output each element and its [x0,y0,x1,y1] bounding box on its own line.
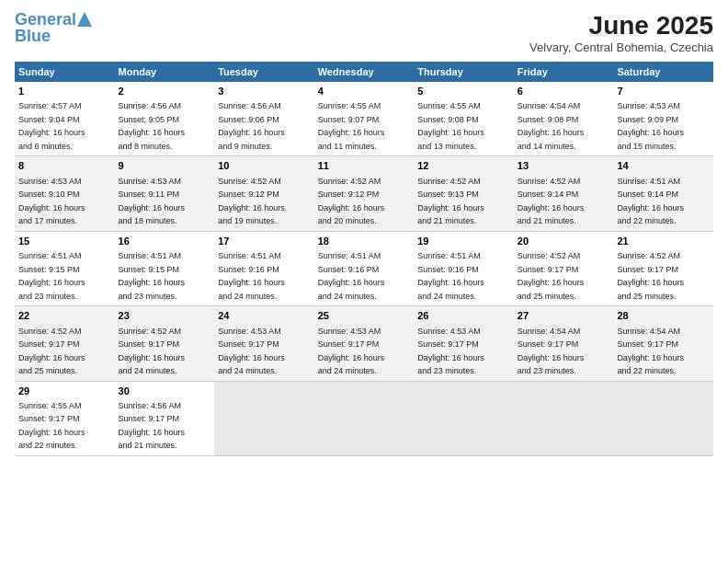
col-header-monday: Monday [115,62,215,82]
day-info: Sunrise: 4:55 AM Sunset: 9:07 PM Dayligh… [318,101,385,151]
header-row: SundayMondayTuesdayWednesdayThursdayFrid… [15,62,713,82]
day-cell: 15Sunrise: 4:51 AM Sunset: 9:15 PM Dayli… [15,231,115,305]
day-info: Sunrise: 4:51 AM Sunset: 9:15 PM Dayligh… [119,251,186,301]
day-info: Sunrise: 4:53 AM Sunset: 9:11 PM Dayligh… [119,177,186,226]
calendar-table: SundayMondayTuesdayWednesdayThursdayFrid… [15,62,713,456]
day-cell: 10Sunrise: 4:52 AM Sunset: 9:12 PM Dayli… [214,156,314,231]
day-info: Sunrise: 4:57 AM Sunset: 9:04 PM Dayligh… [18,101,85,151]
day-info: Sunrise: 4:54 AM Sunset: 9:08 PM Dayligh… [518,101,585,151]
day-info: Sunrise: 4:54 AM Sunset: 9:17 PM Dayligh… [617,327,684,376]
day-number: 12 [417,159,510,173]
day-number: 13 [518,159,610,173]
day-number: 25 [318,309,411,323]
day-number: 24 [218,309,311,323]
day-cell: 25Sunrise: 4:53 AM Sunset: 9:17 PM Dayli… [314,306,415,381]
day-info: Sunrise: 4:53 AM Sunset: 9:17 PM Dayligh… [318,327,385,376]
day-number: 18 [318,235,411,248]
logo-text: General [15,11,76,28]
day-info: Sunrise: 4:55 AM Sunset: 9:17 PM Dayligh… [18,401,85,451]
day-cell: 17Sunrise: 4:51 AM Sunset: 9:16 PM Dayli… [214,231,314,305]
day-info: Sunrise: 4:52 AM Sunset: 9:17 PM Dayligh… [18,327,85,376]
day-info: Sunrise: 4:52 AM Sunset: 9:17 PM Dayligh… [119,327,186,376]
day-number: 20 [518,235,610,248]
day-number: 7 [617,85,710,98]
day-cell: 11Sunrise: 4:52 AM Sunset: 9:12 PM Dayli… [314,156,415,231]
day-number: 27 [518,309,610,323]
day-cell [613,381,713,455]
logo: General Blue [15,11,93,45]
day-number: 17 [218,235,311,248]
day-cell: 16Sunrise: 4:51 AM Sunset: 9:15 PM Dayli… [115,231,215,305]
day-number: 30 [119,385,211,398]
day-cell: 21Sunrise: 4:52 AM Sunset: 9:17 PM Dayli… [613,231,713,305]
day-number: 22 [18,309,111,323]
day-number: 21 [617,235,710,248]
day-cell: 28Sunrise: 4:54 AM Sunset: 9:17 PM Dayli… [613,306,713,381]
day-number: 3 [218,85,311,98]
day-number: 2 [119,85,211,98]
day-info: Sunrise: 4:52 AM Sunset: 9:17 PM Dayligh… [617,251,684,301]
col-header-wednesday: Wednesday [314,62,415,82]
day-info: Sunrise: 4:51 AM Sunset: 9:16 PM Dayligh… [417,251,484,301]
day-number: 14 [617,159,710,173]
calendar-page: General Blue June 2025 Velvary, Central … [0,0,728,563]
day-info: Sunrise: 4:53 AM Sunset: 9:09 PM Dayligh… [617,101,684,151]
day-cell: 14Sunrise: 4:51 AM Sunset: 9:14 PM Dayli… [613,156,713,231]
day-cell: 30Sunrise: 4:56 AM Sunset: 9:17 PM Dayli… [115,381,215,455]
day-number: 6 [518,85,610,98]
day-cell: 8Sunrise: 4:53 AM Sunset: 9:10 PM Daylig… [15,156,115,231]
day-cell: 18Sunrise: 4:51 AM Sunset: 9:16 PM Dayli… [314,231,415,305]
day-number: 10 [218,159,311,173]
day-info: Sunrise: 4:53 AM Sunset: 9:10 PM Dayligh… [18,177,85,226]
location: Velvary, Central Bohemia, Czechia [529,40,713,54]
day-info: Sunrise: 4:52 AM Sunset: 9:12 PM Dayligh… [318,177,385,226]
day-number: 4 [318,85,411,98]
day-number: 5 [417,85,510,98]
day-cell [314,381,415,455]
day-number: 26 [417,309,510,323]
day-info: Sunrise: 4:56 AM Sunset: 9:05 PM Dayligh… [119,101,186,151]
day-number: 8 [18,159,111,173]
col-header-sunday: Sunday [15,62,115,82]
svg-marker-0 [77,12,92,27]
day-info: Sunrise: 4:53 AM Sunset: 9:17 PM Dayligh… [417,327,484,376]
week-row-3: 15Sunrise: 4:51 AM Sunset: 9:15 PM Dayli… [15,231,713,305]
day-cell: 1Sunrise: 4:57 AM Sunset: 9:04 PM Daylig… [15,82,115,156]
day-info: Sunrise: 4:52 AM Sunset: 9:14 PM Dayligh… [518,177,585,226]
day-cell: 26Sunrise: 4:53 AM Sunset: 9:17 PM Dayli… [414,306,514,381]
day-info: Sunrise: 4:51 AM Sunset: 9:16 PM Dayligh… [218,251,285,301]
logo-blue-text: Blue [15,27,51,45]
day-cell: 9Sunrise: 4:53 AM Sunset: 9:11 PM Daylig… [115,156,215,231]
day-number: 15 [18,235,111,248]
logo-triangle-icon [76,11,93,28]
day-info: Sunrise: 4:51 AM Sunset: 9:16 PM Dayligh… [318,251,385,301]
day-cell: 3Sunrise: 4:56 AM Sunset: 9:06 PM Daylig… [214,82,314,156]
day-info: Sunrise: 4:53 AM Sunset: 9:17 PM Dayligh… [218,327,285,376]
day-cell [514,381,614,455]
week-row-4: 22Sunrise: 4:52 AM Sunset: 9:17 PM Dayli… [15,306,713,381]
day-info: Sunrise: 4:56 AM Sunset: 9:17 PM Dayligh… [119,401,186,451]
day-cell: 5Sunrise: 4:55 AM Sunset: 9:08 PM Daylig… [414,82,514,156]
title-block: June 2025 Velvary, Central Bohemia, Czec… [529,11,713,54]
day-info: Sunrise: 4:52 AM Sunset: 9:17 PM Dayligh… [518,251,585,301]
day-cell: 22Sunrise: 4:52 AM Sunset: 9:17 PM Dayli… [15,306,115,381]
day-number: 29 [18,385,111,398]
day-number: 23 [119,309,211,323]
day-cell: 13Sunrise: 4:52 AM Sunset: 9:14 PM Dayli… [514,156,614,231]
day-cell: 20Sunrise: 4:52 AM Sunset: 9:17 PM Dayli… [514,231,614,305]
day-cell: 23Sunrise: 4:52 AM Sunset: 9:17 PM Dayli… [115,306,215,381]
week-row-2: 8Sunrise: 4:53 AM Sunset: 9:10 PM Daylig… [15,156,713,231]
day-number: 16 [119,235,211,248]
col-header-tuesday: Tuesday [214,62,314,82]
day-cell: 29Sunrise: 4:55 AM Sunset: 9:17 PM Dayli… [15,381,115,455]
day-cell [214,381,314,455]
day-number: 28 [617,309,710,323]
day-cell: 6Sunrise: 4:54 AM Sunset: 9:08 PM Daylig… [514,82,614,156]
day-number: 19 [417,235,510,248]
day-info: Sunrise: 4:52 AM Sunset: 9:12 PM Dayligh… [218,177,285,226]
day-number: 11 [318,159,411,173]
day-cell: 2Sunrise: 4:56 AM Sunset: 9:05 PM Daylig… [115,82,215,156]
day-cell: 12Sunrise: 4:52 AM Sunset: 9:13 PM Dayli… [414,156,514,231]
day-info: Sunrise: 4:56 AM Sunset: 9:06 PM Dayligh… [218,101,285,151]
col-header-saturday: Saturday [613,62,713,82]
